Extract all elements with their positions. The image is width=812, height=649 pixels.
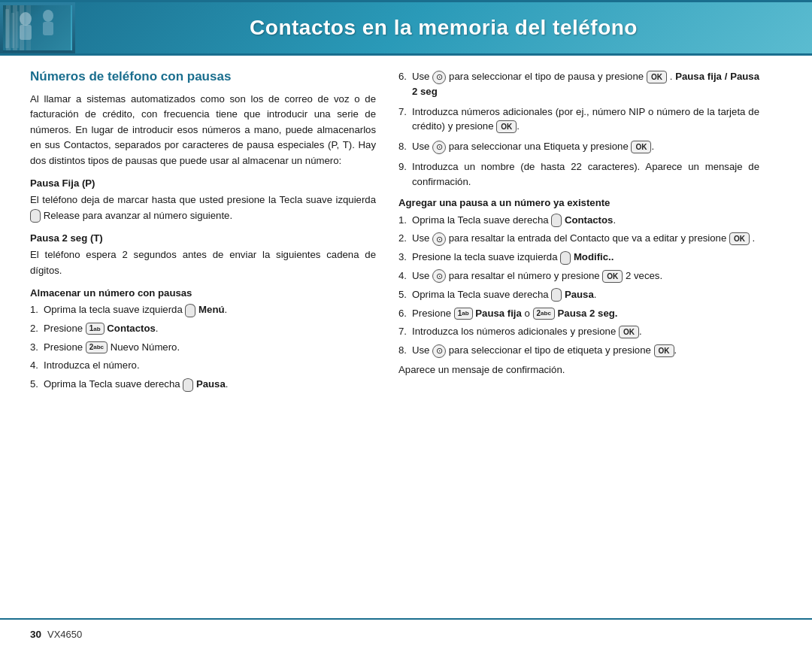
pausa-fija-heading: Pausa Fija (P) — [30, 177, 376, 189]
ok-icon-a2: OK — [729, 232, 750, 245]
soft-key-left-icon — [30, 209, 41, 223]
list-item: 3. Presione 2abc Nuevo Número. — [30, 340, 376, 355]
list-item: 2. Presione 1ab Contactos. — [30, 321, 376, 336]
svg-rect-7 — [17, 11, 19, 48]
agregar-steps-list: 1. Oprima la Tecla suave derecha Contact… — [398, 213, 759, 358]
list-item: 6. Use ⊙ para seleccionar el tipo de pau… — [398, 69, 759, 99]
almacenar-steps-list: 1. Oprima la tecla suave izquierda Menú.… — [30, 302, 376, 392]
svg-rect-4 — [43, 22, 53, 35]
pausa-2seg-heading: Pausa 2 seg (T) — [30, 232, 376, 244]
list-item: 8. Use ⊙ para seleccionar una Etiqueta y… — [398, 139, 759, 154]
ok-icon-a4: OK — [602, 270, 623, 283]
list-item: 2. Use ⊙ para resaltar la entrada del Co… — [398, 231, 759, 246]
section-title: Números de teléfono con pausas — [30, 69, 376, 84]
key-1abc-icon: 1ab — [86, 323, 105, 335]
list-item: 6. Presione 1ab Pausa fija o 2abc Pausa … — [398, 306, 759, 321]
list-item: 5. Oprima la Tecla suave derecha Pausa. — [398, 287, 759, 302]
nav-icon-a4: ⊙ — [432, 269, 446, 283]
almacenar-heading: Almacenar un número con pausas — [30, 287, 376, 299]
nav-icon-a8: ⊙ — [432, 344, 446, 358]
page-footer: 30 VX4650 — [0, 619, 812, 649]
soft-key-r5-icon — [551, 288, 562, 302]
svg-point-3 — [43, 10, 53, 22]
list-item: 4. Use ⊙ para resaltar el número y presi… — [398, 268, 759, 284]
soft-key-r1-icon — [551, 214, 562, 227]
svg-rect-6 — [11, 13, 14, 48]
key-2abc-a6-icon: 2abc — [533, 308, 555, 320]
key-2abc-icon: 2abc — [86, 341, 108, 353]
svg-rect-5 — [5, 9, 9, 48]
ok-icon-6: OK — [647, 71, 667, 83]
page-number: 30 — [30, 629, 41, 640]
ok-icon-a8: OK — [654, 344, 674, 357]
header-image-area — [0, 2, 75, 53]
list-item: 1. Oprima la Tecla suave derecha Contact… — [398, 213, 759, 228]
key-1abc-a6-icon: 1ab — [454, 308, 473, 320]
pausa-2seg-text: El teléfono espera 2 segundos antes de e… — [30, 247, 376, 278]
list-item: 7. Introduzca números adicionales (por e… — [398, 105, 759, 135]
list-item: 4. Introduzca el número. — [30, 358, 376, 373]
soft-key-r3-icon — [560, 251, 571, 265]
svg-rect-2 — [20, 25, 32, 40]
list-item: 5. Oprima la Tecla suave derecha Pausa. — [30, 377, 376, 392]
page-header: Contactos en la memoria del teléfono — [0, 2, 812, 53]
list-item: 7. Introduzca los números adicionales y … — [398, 324, 759, 339]
model-name: VX4650 — [47, 629, 82, 640]
ok-icon-a7: OK — [619, 326, 639, 338]
pausa-fija-text: El teléfono deja de marcar hasta que ust… — [30, 193, 376, 223]
confirmation-text: Aparece un mensaje de confirmación. — [398, 362, 759, 378]
soft-key-menu-icon — [185, 304, 195, 317]
list-item: 8. Use ⊙ para seleccionar el tipo de eti… — [398, 343, 759, 358]
page-title: Contactos en la memoria del teléfono — [75, 16, 812, 40]
nav-icon-8: ⊙ — [432, 141, 446, 154]
intro-paragraph: Al llamar a sistemas automatizados como … — [30, 92, 376, 168]
list-item: 9. Introduzca un nombre (de hasta 22 car… — [398, 159, 759, 190]
ok-icon-8: OK — [631, 141, 651, 153]
soft-key-pausa-icon — [183, 378, 193, 392]
nav-icon-6: ⊙ — [432, 71, 446, 84]
right-column: 6. Use ⊙ para seleccionar el tipo de pau… — [398, 69, 759, 396]
list-item: 3. Presione la tecla suave izquierda Mod… — [398, 250, 759, 265]
nav-icon-a2: ⊙ — [432, 232, 446, 246]
list-item: 1. Oprima la tecla suave izquierda Menú. — [30, 302, 376, 317]
agregar-heading: Agregar una pausa a un número ya existen… — [398, 197, 759, 208]
right-steps-list: 6. Use ⊙ para seleccionar el tipo de pau… — [398, 69, 759, 190]
ok-icon-7: OK — [496, 120, 517, 133]
svg-point-1 — [20, 12, 32, 26]
left-column: Números de teléfono con pausas Al llamar… — [30, 69, 376, 396]
